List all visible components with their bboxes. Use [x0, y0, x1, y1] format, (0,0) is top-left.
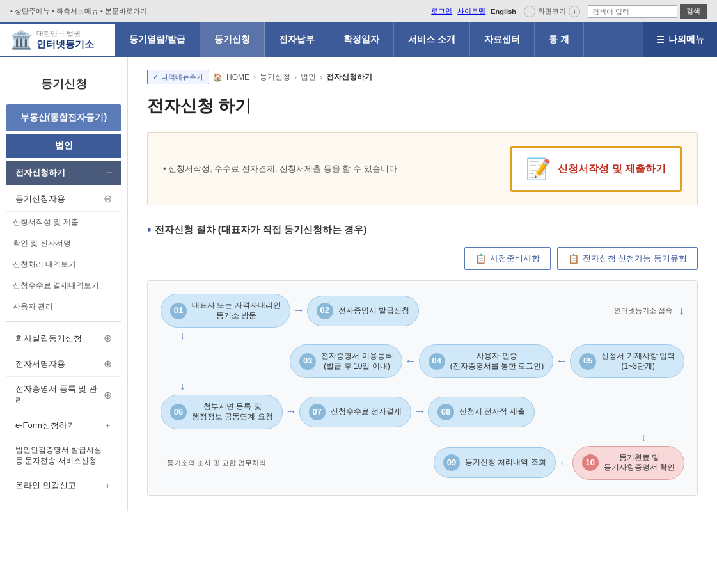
flow-node-09: 09 등기신청 처리내역 조회: [434, 447, 556, 478]
prereq-btn1[interactable]: 📋 사전준비사항: [464, 247, 551, 270]
sidebar-subitem-write[interactable]: 신청서작성 및 제출: [0, 212, 127, 233]
english-link[interactable]: English: [491, 8, 516, 15]
nav-item-stats[interactable]: 통 계: [535, 22, 584, 57]
breadcrumb-level1[interactable]: 등기신청: [260, 72, 290, 83]
nav-item-service-intro[interactable]: 서비스 소개: [394, 22, 470, 57]
down-arrow-right: ↓: [679, 304, 684, 317]
list-icon: 📋: [568, 253, 579, 264]
sidebar-section6[interactable]: 법인인감증명서 발급사실 등 문자전송 서비스신청: [6, 438, 121, 473]
flow-num-03: 03: [299, 353, 316, 370]
flow-diagram: 01 대표자 또는 자격자대리인 등기소 방문 → 02 전자증명서 발급신청 …: [147, 280, 698, 496]
down-arrow-2: ↓: [180, 381, 185, 392]
nav-items: 등기열람/발급 등기신청 전자납부 확정일자 서비스 소개 자료센터 통 계: [115, 22, 643, 57]
my-menu-add-btn[interactable]: ✓ 나의메뉴추가: [147, 70, 209, 84]
prereq-btn2[interactable]: 📋 전자신청 신청가능 등기유형: [557, 247, 698, 270]
sidebar-subitem-confirm[interactable]: 확인 및 전자서명: [0, 233, 127, 254]
flow-num-10: 10: [582, 454, 599, 471]
right-label-row4: 등기소의 조사 및 교합 업무처리: [167, 458, 266, 468]
screen-size-controls: − 화면크기 +: [524, 6, 580, 17]
sidebar-real-estate-btn[interactable]: 부동산(통합전자등기): [6, 104, 121, 131]
home-icon: 🏠: [213, 73, 223, 82]
flow-num-05: 05: [579, 353, 596, 370]
document-edit-icon: 📝: [526, 157, 551, 181]
flow-text-10: 등기완료 및 등기사항증명서 확인: [604, 453, 675, 473]
sidebar-corporation-btn[interactable]: 법인: [6, 134, 121, 158]
content-wrapper: 등기신청 부동산(통합전자등기) 법인 전자신청하기 − 등기신청자용 ⊖ 신청…: [0, 57, 717, 511]
section3-toggle-icon: ⊕: [104, 358, 112, 370]
sidebar-subitem-user-mgmt[interactable]: 사용자 관리: [0, 296, 127, 317]
info-text: 신청서작성, 수수료 전자결제, 신청서제출 등을 할 수 있습니다.: [163, 163, 399, 175]
breadcrumb-home[interactable]: HOME: [226, 73, 249, 82]
prereq-buttons: 📋 사전준비사항 📋 전자신청 신청가능 등기유형: [147, 247, 698, 270]
minus-icon[interactable]: −: [524, 6, 535, 17]
flow-text-08: 신청서 전자적 제출: [459, 407, 525, 417]
down-arrow-3: ↓: [641, 432, 646, 443]
my-menu-label: 나의메뉴: [668, 34, 704, 45]
logo-text: 대한민국 법원 인터넷등기소: [36, 29, 94, 51]
right-label-row1: 인터넷등기소 접속: [614, 306, 672, 315]
section2-toggle-icon: ⊕: [104, 332, 112, 344]
nav-item-registry-apply[interactable]: 등기신청: [200, 22, 265, 57]
nav-item-registry-view[interactable]: 등기열람/발급: [115, 22, 200, 57]
plus-icon[interactable]: +: [569, 6, 580, 17]
flow-down1: ↓: [180, 330, 684, 342]
sidebar-section3[interactable]: 전자서명자용 ⊕: [6, 351, 121, 377]
flow-row3: 06 첨부서면 등록 및 행정정보 공동연계 요청 → 07 신청수수료 전자결…: [161, 395, 684, 429]
flow-arrow-r1-1: →: [293, 304, 304, 317]
top-bar-links: 로그인 사이트맵 English: [431, 6, 516, 16]
logo-icon: 🏛️: [10, 29, 33, 51]
flow-node-10: 10 등기완료 및 등기사항증명서 확인: [572, 446, 684, 480]
flow-text-07: 신청수수료 전자결제: [331, 407, 402, 417]
main-nav: 🏛️ 대한민국 법원 인터넷등기소 등기열람/발급 등기신청 전자납부 확정일자…: [0, 22, 717, 57]
login-link[interactable]: 로그인: [431, 6, 452, 16]
section7-plus-icon: ＋: [104, 480, 112, 491]
nav-item-data-center[interactable]: 자료센터: [470, 22, 535, 57]
sidebar-electronic-apply[interactable]: 전자신청하기 −: [6, 161, 121, 185]
down-arrow-1: ↓: [180, 330, 185, 342]
breadcrumb-level2[interactable]: 법인: [301, 72, 316, 83]
sidebar-section1: 등기신청자용 ⊖ 신청서작성 및 제출 확인 및 전자서명 신청처리 내역보기 …: [0, 186, 127, 317]
flow-row2: 05 신청서 기재사항 입력 (1~3단계) ← 04 사용자 인증 (전자증명…: [161, 344, 684, 378]
submit-button[interactable]: 📝 신청서작성 및 제출하기: [510, 146, 682, 192]
logo-area: 🏛️ 대한민국 법원 인터넷등기소: [0, 24, 115, 56]
flow-node-01: 01 대표자 또는 자격자대리인 등기소 방문: [161, 294, 290, 328]
sidebar-section1-header[interactable]: 등기신청자용 ⊖: [6, 186, 121, 212]
search-button[interactable]: 검색: [680, 4, 707, 19]
nav-item-electronic-payment[interactable]: 전자납부: [265, 22, 329, 57]
sidebar-subitem-fee-history[interactable]: 신청수수료 결제내역보기: [0, 275, 127, 296]
sidebar-section2[interactable]: 회사설립등기신청 ⊕: [6, 326, 121, 351]
section1-toggle-icon: ⊖: [104, 193, 112, 205]
check-icon: ✓: [153, 73, 159, 81]
flow-num-01: 01: [170, 303, 187, 319]
flow-arrow-r2-2: ←: [405, 354, 416, 368]
flow-node-02: 02 전자증명서 발급신청: [307, 296, 419, 326]
flow-node-08: 08 신청서 전자적 제출: [428, 397, 535, 427]
flow-text-06: 첨부서면 등록 및 행정정보 공동연계 요청: [192, 402, 273, 422]
sidebar-section5[interactable]: e-Form신청하기 ＋: [6, 413, 121, 438]
section-title: 전자신청 절차 (대표자가 직접 등기신청하는 경우): [147, 223, 698, 237]
shortcuts-text: • 상단주메뉴 • 좌측서브메뉴 • 본문바로가기: [10, 7, 147, 15]
breadcrumb: ✓ 나의메뉴추가 🏠 HOME › 등기신청 › 법인 › 전자신청하기: [147, 70, 698, 84]
flow-arrow-r3-2: →: [414, 405, 425, 418]
flow-text-03: 전자증명서 이용등록 (발급 후 10일 이내): [321, 351, 392, 371]
flow-down3: ↓: [161, 432, 646, 443]
my-menu-nav[interactable]: ☰ 나의메뉴: [643, 22, 717, 57]
nav-item-date-confirm[interactable]: 확정일자: [329, 22, 394, 57]
sidebar-section4[interactable]: 전자증명서 등록 및 관리 ⊕: [6, 377, 121, 413]
sidebar-section7[interactable]: 온라인 인감신고 ＋: [6, 473, 121, 498]
sitemap-link[interactable]: 사이트맵: [457, 6, 485, 16]
breadcrumb-level3: 전자신청하기: [326, 72, 372, 83]
flow-row4: 10 등기완료 및 등기사항증명서 확인 ← 09 등기신청 처리내역 조회 등…: [161, 446, 684, 480]
collapse-icon: −: [106, 167, 112, 179]
flow-row1: 01 대표자 또는 자격자대리인 등기소 방문 → 02 전자증명서 발급신청 …: [161, 294, 684, 328]
flow-num-08: 08: [437, 404, 454, 420]
flow-text-02: 전자증명서 발급신청: [338, 306, 409, 316]
search-input[interactable]: [588, 5, 677, 18]
sidebar-subitem-history[interactable]: 신청처리 내역보기: [0, 254, 127, 275]
flow-num-04: 04: [429, 353, 445, 370]
flow-arrow-r3-1: →: [285, 405, 297, 418]
info-box: 신청서작성, 수수료 전자결제, 신청서제출 등을 할 수 있습니다. 📝 신청…: [147, 132, 698, 205]
clipboard-icon: 📋: [475, 253, 486, 264]
flow-arrow-r2-1: ←: [556, 354, 567, 368]
flow-num-02: 02: [317, 303, 333, 319]
